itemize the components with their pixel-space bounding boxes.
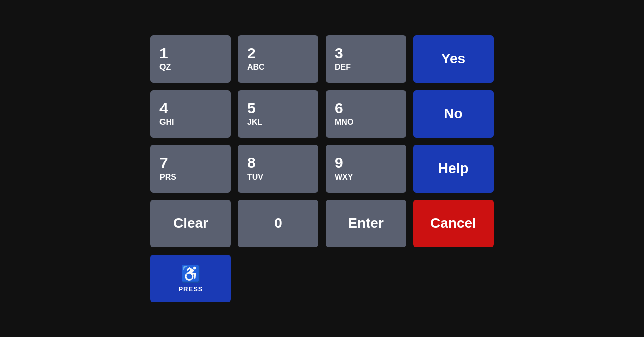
btn-7[interactable]: 7 PRS xyxy=(150,145,231,193)
btn-6-letters: MNO xyxy=(335,118,353,127)
btn-cancel-label: Cancel xyxy=(430,215,476,231)
btn-3[interactable]: 3 DEF xyxy=(326,35,406,83)
btn-7-letters: PRS xyxy=(159,173,176,182)
btn-5-num: 5 xyxy=(247,101,256,116)
btn-5[interactable]: 5 JKL xyxy=(238,90,318,138)
btn-0[interactable]: 0 xyxy=(238,200,318,247)
btn-6[interactable]: 6 MNO xyxy=(326,90,406,138)
btn-9-num: 9 xyxy=(335,155,343,171)
btn-yes[interactable]: Yes xyxy=(413,35,494,83)
btn-clear-label: Clear xyxy=(173,216,208,230)
btn-9-letters: WXY xyxy=(335,173,353,182)
btn-4[interactable]: 4 GHI xyxy=(150,90,231,138)
btn-accessibility[interactable]: ♿ PRESS xyxy=(150,255,231,302)
btn-4-letters: GHI xyxy=(159,118,174,127)
btn-8[interactable]: 8 TUV xyxy=(238,145,318,193)
btn-3-num: 3 xyxy=(335,46,343,61)
btn-yes-label: Yes xyxy=(441,51,465,67)
keypad-container: 1 QZ 2 ABC 3 DEF Yes 4 GHI 5 JKL 6 MNO N… xyxy=(135,20,509,317)
btn-2-letters: ABC xyxy=(247,63,265,72)
btn-enter[interactable]: Enter xyxy=(326,200,406,247)
btn-help-label: Help xyxy=(438,160,469,177)
btn-0-num: 0 xyxy=(274,216,282,230)
btn-5-letters: JKL xyxy=(247,118,262,127)
btn-1-letters: QZ xyxy=(159,63,171,72)
btn-3-letters: DEF xyxy=(335,63,351,72)
btn-help[interactable]: Help xyxy=(413,145,494,193)
accessibility-icon: ♿ xyxy=(181,264,201,283)
btn-8-num: 8 xyxy=(247,155,256,171)
btn-1-num: 1 xyxy=(159,46,168,61)
btn-clear[interactable]: Clear xyxy=(150,200,231,247)
btn-2[interactable]: 2 ABC xyxy=(238,35,318,83)
btn-cancel[interactable]: Cancel xyxy=(413,200,494,247)
btn-8-letters: TUV xyxy=(247,173,263,182)
btn-enter-label: Enter xyxy=(348,216,384,230)
btn-6-num: 6 xyxy=(335,101,343,116)
btn-accessibility-label: PRESS xyxy=(178,285,203,293)
btn-2-num: 2 xyxy=(247,46,256,61)
btn-no[interactable]: No xyxy=(413,90,494,138)
btn-4-num: 4 xyxy=(159,101,168,116)
btn-9[interactable]: 9 WXY xyxy=(326,145,406,193)
btn-no-label: No xyxy=(444,106,462,122)
btn-7-num: 7 xyxy=(159,155,168,171)
btn-1[interactable]: 1 QZ xyxy=(150,35,231,83)
